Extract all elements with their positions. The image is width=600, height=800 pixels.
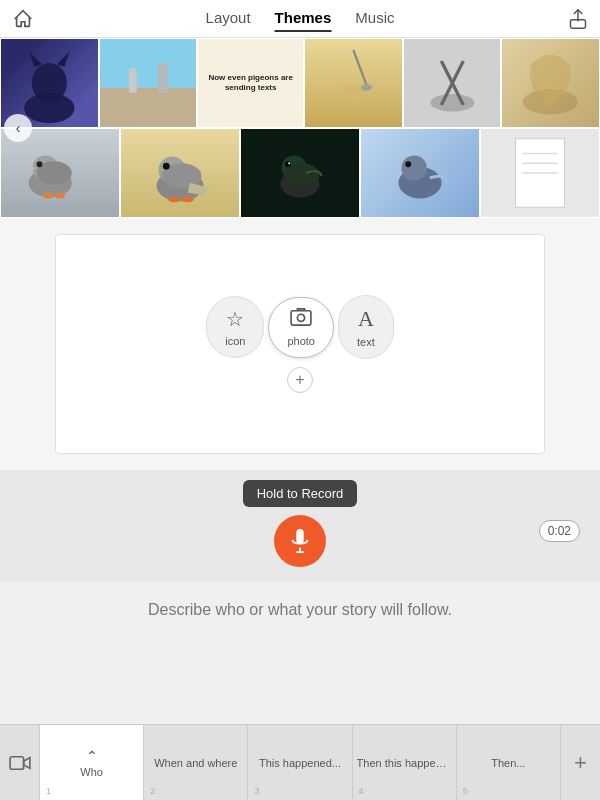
text-icon: A [358, 306, 374, 332]
svg-rect-5 [100, 39, 197, 88]
newspaper-text: Now even pigeons are sending texts [202, 69, 299, 98]
photo-grid: Now even pigeons are sending texts [0, 38, 600, 218]
story-description: Describe who or what your story will fol… [0, 581, 600, 635]
svg-point-21 [55, 193, 65, 199]
bottom-tab-when[interactable]: When and where 2 [144, 725, 248, 800]
tab-themes[interactable]: Themes [275, 5, 332, 32]
bubble-item-photo[interactable]: photo [268, 297, 334, 358]
tab-who-label: Who [80, 766, 103, 778]
prev-arrow-button[interactable]: ‹ [4, 114, 32, 142]
photo-row-1: Now even pigeons are sending texts [0, 38, 600, 128]
photo-cell-pigeon-dark[interactable] [240, 128, 360, 218]
tab-then-label: Then... [491, 757, 525, 769]
text-label: text [357, 336, 375, 348]
photo-icon [290, 308, 312, 331]
up-arrow-icon: ⌃ [86, 748, 98, 764]
tab-happened-number: 3 [254, 786, 259, 796]
tab-then-happened-label: Then this happened... [357, 757, 452, 769]
top-nav: Layout Themes Music [0, 0, 600, 38]
svg-point-26 [168, 196, 180, 202]
svg-point-31 [285, 161, 291, 167]
bubble-item-icon[interactable]: ☆ icon [206, 296, 264, 358]
tab-happened-label: This happened... [259, 757, 341, 769]
photo-cell-newspaper[interactable]: Now even pigeons are sending texts [197, 38, 304, 128]
bottom-tab-happened[interactable]: This happened... 3 [248, 725, 352, 800]
svg-rect-7 [129, 68, 137, 92]
svg-point-34 [401, 155, 426, 180]
add-element-button[interactable]: + [287, 367, 313, 393]
svg-point-2 [32, 63, 67, 103]
photo-cell-6[interactable] [501, 38, 600, 128]
icon-label: icon [225, 335, 245, 347]
bubble-menu: ☆ icon photo A text [204, 295, 395, 359]
content-area: ☆ icon photo A text + [0, 218, 600, 470]
photo-cell-4[interactable] [304, 38, 403, 128]
share-button[interactable] [568, 8, 588, 30]
record-section: Hold to Record 0:02 [0, 470, 600, 581]
nav-tabs: Layout Themes Music [206, 5, 395, 32]
svg-point-25 [163, 163, 170, 170]
svg-rect-6 [100, 88, 197, 127]
photo-cell-2[interactable] [99, 38, 198, 128]
svg-point-32 [288, 162, 290, 164]
add-tab-button[interactable]: + [560, 725, 600, 800]
svg-point-35 [405, 161, 411, 167]
svg-point-20 [43, 193, 53, 199]
svg-point-19 [37, 161, 43, 167]
tab-layout[interactable]: Layout [206, 5, 251, 32]
svg-rect-42 [296, 529, 303, 544]
svg-marker-3 [29, 52, 42, 67]
photo-row-2 [0, 128, 600, 218]
tab-then-happened-number: 4 [359, 786, 364, 796]
tab-then-number: 5 [463, 786, 468, 796]
photo-cell-pigeon-sand[interactable] [120, 128, 240, 218]
svg-point-41 [298, 314, 305, 321]
bottom-tab-then-happened[interactable]: Then this happened... 4 [353, 725, 457, 800]
tab-music[interactable]: Music [355, 5, 394, 32]
home-button[interactable] [12, 8, 34, 30]
photo-cell-pigeon-blue[interactable] [360, 128, 480, 218]
svg-rect-40 [291, 310, 311, 324]
video-icon-button[interactable] [0, 725, 40, 800]
bottom-tab-then[interactable]: Then... 5 [457, 725, 560, 800]
svg-line-10 [353, 50, 366, 85]
bottom-tab-who[interactable]: ⌃ Who 1 [40, 725, 144, 800]
hold-to-record-tooltip: Hold to Record [243, 480, 358, 507]
bottom-strip: ⌃ Who 1 When and where 2 This happened..… [0, 724, 600, 800]
mic-button[interactable] [274, 515, 326, 567]
tab-when-label: When and where [154, 757, 237, 769]
story-card: ☆ icon photo A text + [55, 234, 545, 454]
star-icon: ☆ [226, 307, 244, 331]
photo-cell-white-page[interactable] [480, 128, 600, 218]
photo-cell-5[interactable] [403, 38, 502, 128]
svg-marker-4 [57, 52, 70, 67]
bubble-item-text[interactable]: A text [338, 295, 394, 359]
photo-label: photo [287, 335, 315, 347]
description-text: Describe who or what your story will fol… [148, 601, 452, 618]
svg-point-11 [361, 84, 372, 91]
svg-point-12 [430, 94, 474, 112]
svg-point-27 [182, 196, 194, 202]
tab-when-number: 2 [150, 786, 155, 796]
svg-rect-8 [158, 63, 168, 92]
svg-rect-45 [10, 756, 24, 769]
timer-badge: 0:02 [539, 520, 580, 542]
tab-who-number: 1 [46, 786, 51, 796]
record-wrapper: Hold to Record 0:02 [0, 480, 600, 581]
